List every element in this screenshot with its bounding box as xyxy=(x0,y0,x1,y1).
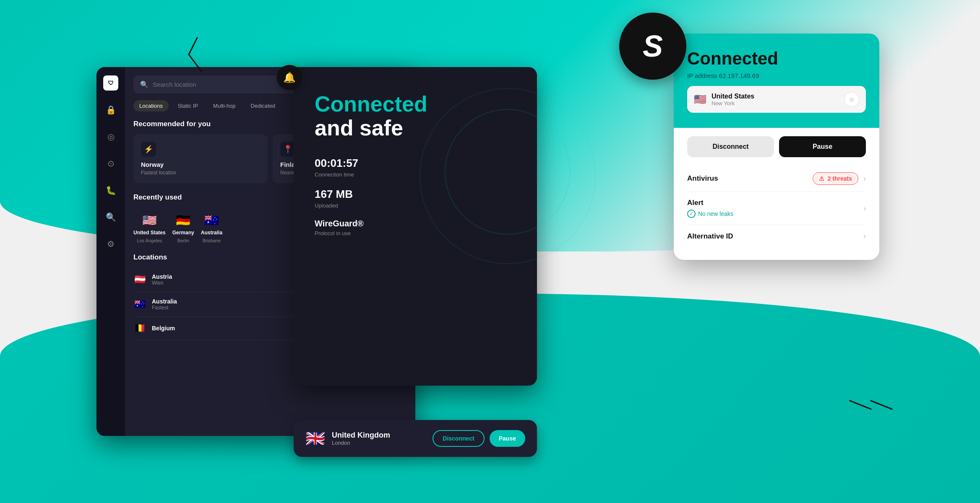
logo-symbol: S xyxy=(643,29,663,63)
surfshark-logo: S xyxy=(619,13,686,80)
decoration-lines-right xyxy=(846,392,896,419)
notification-bell[interactable]: 🔔 xyxy=(277,65,302,90)
vpn-icon: 🔒 xyxy=(106,105,116,115)
alt-id-row[interactable]: Alternative ID › xyxy=(687,225,866,247)
right-card-buttons: Disconnect Pause xyxy=(687,136,866,157)
antivirus-icon: 🐛 xyxy=(106,185,116,195)
right-card-body: Disconnect Pause Antivirus ⚠ 2 threats ›… xyxy=(674,128,879,260)
sidebar-item-alerts[interactable]: ⊙ xyxy=(103,156,118,171)
threats-badge: ⚠ 2 threats xyxy=(813,172,858,185)
norway-name: Norway xyxy=(141,161,260,168)
no-leaks-text: No new leaks xyxy=(698,210,733,217)
sidebar-item-vpn[interactable]: 🔒 xyxy=(103,102,118,117)
alert-title: Alert xyxy=(687,199,863,207)
de-flag: 🇩🇪 xyxy=(176,213,190,227)
connected-title-line2: and safe xyxy=(315,116,516,140)
svg-line-0 xyxy=(189,38,197,54)
au-country: Australia xyxy=(201,230,222,236)
australia-flag: 🇦🇺 xyxy=(133,299,146,310)
sidebar-item-search[interactable]: 🔍 xyxy=(103,210,118,225)
recently-used-title: Recently used xyxy=(133,193,182,202)
time-stat: 00:01:57 Connection time xyxy=(315,157,516,178)
pause-button[interactable]: Pause xyxy=(490,430,525,447)
sidebar-logo[interactable]: 🛡 xyxy=(103,75,118,91)
protocol-stat: WireGuard® Protocol in use xyxy=(315,219,516,236)
austria-flag: 🇦🇹 xyxy=(133,274,146,285)
alt-id-title: Alternative ID xyxy=(687,232,863,241)
bell-icon: 🔔 xyxy=(283,72,296,83)
decoration-lines-left xyxy=(180,34,214,86)
tab-multihop[interactable]: Multi-hop xyxy=(207,100,241,111)
svg-line-2 xyxy=(850,401,871,409)
belgium-flag: 🇧🇪 xyxy=(133,323,146,334)
alert-chevron-icon: › xyxy=(863,204,866,213)
norway-icon: ⚡ xyxy=(141,142,156,157)
rec-card-norway[interactable]: ⚡ Norway Fastest location xyxy=(133,134,268,183)
upload-value: 167 MB xyxy=(315,188,516,201)
us-location-city: New York xyxy=(712,100,754,106)
finland-icon: 📍 xyxy=(280,142,295,157)
sidebar-item-antivirus[interactable]: 🐛 xyxy=(103,183,118,198)
tab-dedicated[interactable]: Dedicated xyxy=(245,100,281,111)
upload-stat: 167 MB Uploaded xyxy=(315,188,516,209)
face-id-icon: ◎ xyxy=(107,132,115,142)
tab-static-ip[interactable]: Static IP xyxy=(172,100,204,111)
right-card-header: Connected IP address 62.197.149.69 🇺🇸 Un… xyxy=(674,34,879,128)
connected-title-line1: Connected xyxy=(315,92,516,116)
recent-de[interactable]: 🇩🇪 Germany Berlin xyxy=(172,213,194,243)
de-city: Berlin xyxy=(177,238,189,243)
antivirus-row[interactable]: Antivirus ⚠ 2 threats › xyxy=(687,166,866,192)
tab-locations[interactable]: Locations xyxy=(133,100,169,111)
uk-flag: 🇬🇧 xyxy=(305,429,325,448)
connection-time-label: Connection time xyxy=(315,171,516,178)
svg-line-3 xyxy=(871,401,892,409)
us-country: United States xyxy=(133,230,166,236)
search-icon: 🔍 xyxy=(140,80,149,88)
us-flag: 🇺🇸 xyxy=(142,213,157,227)
alert-row[interactable]: Alert ✓ No new leaks › xyxy=(687,192,866,225)
svg-line-1 xyxy=(189,54,201,71)
us-location-info: United States New York xyxy=(712,93,754,106)
threat-warning-icon: ⚠ xyxy=(819,175,824,182)
bottom-buttons: Disconnect Pause xyxy=(433,430,525,447)
right-card-status: Connected xyxy=(687,49,866,69)
search-nav-icon: 🔍 xyxy=(106,212,116,222)
scene: S VPN 🔔 🛡 🔒 ◎ xyxy=(0,0,980,503)
right-card: Connected IP address 62.197.149.69 🇺🇸 Un… xyxy=(674,34,879,260)
location-star-button[interactable]: ☆ xyxy=(844,92,859,107)
sidebar-logo-icon: 🛡 xyxy=(108,80,114,86)
antivirus-title: Antivirus xyxy=(687,174,813,183)
de-country: Germany xyxy=(172,230,194,236)
no-leaks-check-icon: ✓ xyxy=(687,210,696,218)
settings-icon: ⚙ xyxy=(107,239,115,249)
us-location-country: United States xyxy=(712,93,754,100)
sidebar-item-settings[interactable]: ⚙ xyxy=(103,236,118,252)
sidebar: 🛡 🔒 ◎ ⊙ 🐛 🔍 ⚙ xyxy=(96,67,125,436)
alert-info: Alert ✓ No new leaks xyxy=(687,199,863,218)
uk-location-info: United Kingdom London xyxy=(332,431,390,446)
protocol-label: Protocol in use xyxy=(315,230,516,236)
alt-id-chevron-icon: › xyxy=(863,232,866,241)
protocol-value: WireGuard® xyxy=(315,219,516,228)
right-card-location[interactable]: 🇺🇸 United States New York ☆ xyxy=(687,86,866,113)
connected-panel: Connected and safe 00:01:57 Connection t… xyxy=(294,67,537,386)
sidebar-item-faceid[interactable]: ◎ xyxy=(103,129,118,144)
us-city: Los Angeles xyxy=(137,238,162,243)
recent-au[interactable]: 🇦🇺 Australia Brisbane xyxy=(201,213,222,243)
right-card-ip: IP address 62.197.149.69 xyxy=(687,72,866,79)
us-location-flag: 🇺🇸 xyxy=(694,93,706,105)
antivirus-chevron-icon: › xyxy=(863,174,866,183)
au-flag: 🇦🇺 xyxy=(204,213,219,227)
connection-time-value: 00:01:57 xyxy=(315,157,516,170)
rc-disconnect-button[interactable]: Disconnect xyxy=(687,136,774,157)
uk-city: London xyxy=(332,440,390,446)
recent-us[interactable]: 🇺🇸 United States Los Angeles xyxy=(133,213,166,243)
star-icon: ☆ xyxy=(849,96,855,104)
au-city: Brisbane xyxy=(203,238,221,243)
disconnect-button[interactable]: Disconnect xyxy=(433,430,484,447)
rc-pause-button[interactable]: Pause xyxy=(779,136,866,157)
threats-count: 2 threats xyxy=(828,175,852,182)
alerts-icon: ⊙ xyxy=(107,158,115,169)
norway-sub: Fastest location xyxy=(141,170,260,176)
no-leaks-badge: ✓ No new leaks xyxy=(687,210,863,218)
